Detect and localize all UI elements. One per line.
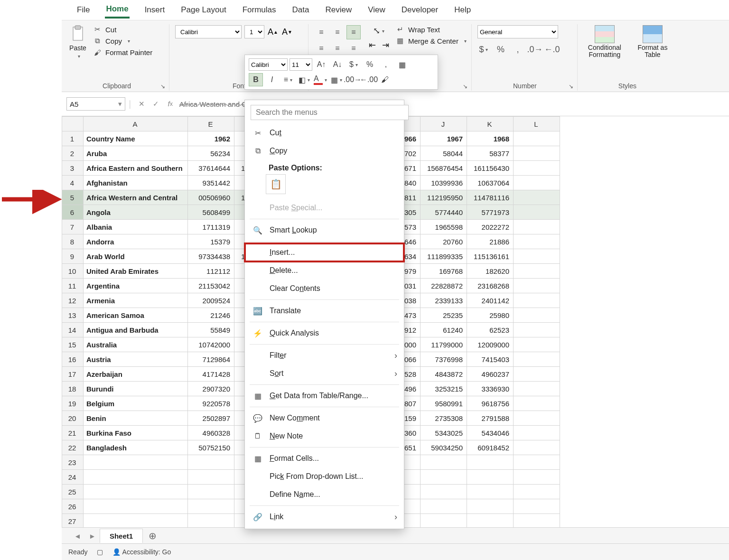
- cell[interactable]: 161156430: [467, 161, 514, 176]
- cell[interactable]: 2009524: [188, 293, 234, 308]
- cell[interactable]: [467, 499, 514, 514]
- cell[interactable]: [514, 131, 560, 146]
- mini-increase-font[interactable]: A↑: [314, 58, 328, 71]
- row-header[interactable]: 23: [62, 455, 84, 470]
- cell[interactable]: 111899335: [421, 249, 467, 264]
- cell[interactable]: 15379: [188, 234, 234, 249]
- row-header[interactable]: 17: [62, 367, 84, 382]
- ctx-new-comment[interactable]: 💬 New Comment: [245, 409, 404, 427]
- cell[interactable]: [514, 499, 560, 514]
- align-bottom[interactable]: ≡: [346, 25, 361, 39]
- mini-italic[interactable]: I: [265, 73, 279, 86]
- cell[interactable]: [514, 293, 560, 308]
- row-header[interactable]: 7: [62, 220, 84, 234]
- percent-format-button[interactable]: %: [495, 43, 507, 56]
- cell[interactable]: 112195950: [421, 190, 467, 205]
- cell[interactable]: [188, 455, 234, 470]
- cell[interactable]: [514, 279, 560, 293]
- cell[interactable]: [467, 470, 514, 485]
- cell[interactable]: 58044: [421, 146, 467, 161]
- cell[interactable]: Africa Eastern and Southern: [84, 161, 188, 176]
- cell[interactable]: 21246: [188, 308, 234, 323]
- ctx-quick-analysis[interactable]: ⚡ Quick Analysis: [245, 324, 404, 342]
- merge-center-button[interactable]: ▦Merge & Center: [396, 37, 467, 45]
- cell[interactable]: 37614644: [188, 161, 234, 176]
- tab-home[interactable]: Home: [105, 2, 129, 19]
- cell[interactable]: [467, 485, 514, 499]
- decrease-decimal-button[interactable]: ←.0: [546, 43, 558, 56]
- sheet-tab-sheet1[interactable]: Sheet1: [100, 529, 143, 543]
- comma-format-button[interactable]: ,: [512, 43, 524, 56]
- tab-file[interactable]: File: [76, 3, 91, 18]
- cell[interactable]: [188, 514, 234, 529]
- row-header[interactable]: 11: [62, 279, 84, 293]
- ctx-copy[interactable]: ⧉ Copy: [245, 142, 404, 160]
- tab-data[interactable]: Data: [291, 3, 310, 18]
- accessibility-status[interactable]: 👤 Accessibility: Go: [112, 548, 171, 556]
- row-header[interactable]: 9: [62, 249, 84, 264]
- tab-formulas[interactable]: Formulas: [242, 3, 277, 18]
- cell[interactable]: 58377: [467, 146, 514, 161]
- mini-decrease-font[interactable]: A↓: [330, 58, 345, 71]
- cell[interactable]: 22828872: [421, 279, 467, 293]
- cell[interactable]: [84, 514, 188, 529]
- cell[interactable]: 114781116: [467, 190, 514, 205]
- cell[interactable]: 25980: [467, 308, 514, 323]
- cell[interactable]: 97334438: [188, 249, 234, 264]
- font-size-select[interactable]: 11: [244, 25, 264, 38]
- cell[interactable]: 3253215: [421, 382, 467, 396]
- cut-button[interactable]: ✂ Cut: [93, 25, 152, 34]
- row-header[interactable]: 25: [62, 485, 84, 499]
- add-sheet-button[interactable]: ⊕: [144, 530, 161, 541]
- cell[interactable]: 7376998: [421, 352, 467, 367]
- cell[interactable]: Argentina: [84, 279, 188, 293]
- cell[interactable]: Benin: [84, 411, 188, 426]
- cell[interactable]: Armenia: [84, 293, 188, 308]
- cell[interactable]: 2022272: [467, 220, 514, 234]
- row-header[interactable]: 24: [62, 470, 84, 485]
- mini-font-name[interactable]: Calibri: [249, 58, 288, 71]
- cell[interactable]: Afghanistan: [84, 176, 188, 190]
- font-name-select[interactable]: Calibri: [175, 25, 242, 38]
- cell[interactable]: [421, 470, 467, 485]
- cell[interactable]: 23168268: [467, 279, 514, 293]
- cell[interactable]: 2339133: [421, 293, 467, 308]
- conditional-formatting-button[interactable]: Conditional Formatting: [583, 25, 626, 59]
- cell[interactable]: [514, 146, 560, 161]
- cell[interactable]: 1967: [421, 131, 467, 146]
- cell[interactable]: 7415403: [467, 352, 514, 367]
- cell[interactable]: 55849: [188, 323, 234, 337]
- cell[interactable]: 3336930: [467, 382, 514, 396]
- cell[interactable]: [188, 470, 234, 485]
- cell[interactable]: [514, 411, 560, 426]
- cell[interactable]: Australia: [84, 337, 188, 352]
- cell[interactable]: 7129864: [188, 352, 234, 367]
- mini-font-color[interactable]: A: [313, 73, 327, 86]
- row-header[interactable]: 14: [62, 323, 84, 337]
- cell[interactable]: [514, 323, 560, 337]
- cell[interactable]: 60918452: [467, 440, 514, 455]
- cell[interactable]: 1965598: [421, 220, 467, 234]
- mini-increase-decimal[interactable]: .00→: [346, 73, 360, 86]
- accounting-format-button[interactable]: $: [477, 43, 490, 56]
- mini-format-painter[interactable]: 🖌: [378, 73, 392, 86]
- cell[interactable]: 20760: [421, 234, 467, 249]
- cell[interactable]: 21153042: [188, 279, 234, 293]
- ctx-get-data[interactable]: ▦ Get Data from Table/Range...: [245, 387, 404, 405]
- cell[interactable]: Africa Western and Central: [84, 190, 188, 205]
- cell[interactable]: 5774440: [421, 205, 467, 220]
- cell[interactable]: 10742000: [188, 337, 234, 352]
- row-header[interactable]: 2: [62, 146, 84, 161]
- ctx-link[interactable]: 🔗 Link: [245, 508, 404, 526]
- row-header[interactable]: 13: [62, 308, 84, 323]
- cell[interactable]: 4843872: [421, 367, 467, 382]
- cell[interactable]: 9220578: [188, 396, 234, 411]
- cell[interactable]: 4171428: [188, 367, 234, 382]
- sheet-nav-prev[interactable]: ◄: [71, 532, 84, 540]
- cell[interactable]: 182620: [467, 264, 514, 279]
- row-header[interactable]: 5: [62, 190, 84, 205]
- cell[interactable]: 9351442: [188, 176, 234, 190]
- select-all-cell[interactable]: [62, 117, 84, 131]
- cell[interactable]: [514, 514, 560, 529]
- mini-font-size[interactable]: 11: [290, 58, 312, 71]
